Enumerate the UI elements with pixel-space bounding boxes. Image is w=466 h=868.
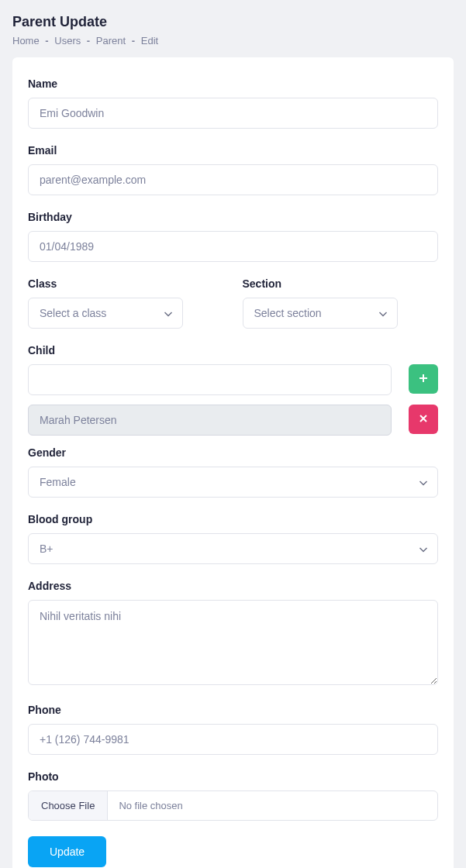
close-icon — [419, 414, 428, 425]
photo-file-input[interactable]: Choose File No file chosen — [28, 790, 438, 821]
gender-select[interactable]: Female — [28, 467, 438, 498]
update-button[interactable]: Update — [28, 836, 106, 867]
name-label: Name — [28, 78, 438, 90]
breadcrumb: Home - Users - Parent - Edit — [12, 35, 454, 46]
choose-file-button[interactable]: Choose File — [29, 791, 108, 820]
breadcrumb-parent[interactable]: Parent — [96, 35, 126, 46]
child-label: Child — [28, 344, 438, 356]
child-input-0[interactable] — [28, 364, 392, 395]
class-select[interactable]: Select a class — [28, 298, 183, 329]
email-input[interactable] — [28, 164, 438, 195]
phone-label: Phone — [28, 704, 438, 716]
svg-rect-1 — [419, 377, 427, 379]
class-select-value: Select a class — [29, 298, 182, 328]
address-textarea[interactable] — [28, 600, 438, 685]
breadcrumb-users[interactable]: Users — [54, 35, 81, 46]
gender-label: Gender — [28, 446, 438, 459]
add-child-button[interactable] — [409, 364, 438, 394]
breadcrumb-home[interactable]: Home — [12, 35, 40, 46]
name-input[interactable] — [28, 98, 438, 129]
remove-child-button[interactable] — [409, 405, 438, 434]
photo-label: Photo — [28, 770, 438, 783]
birthday-label: Birthday — [28, 211, 438, 223]
breadcrumb-sep: - — [87, 35, 90, 46]
blood-select-value: B+ — [29, 534, 437, 563]
section-select-value: Select section — [243, 298, 397, 328]
email-label: Email — [28, 144, 438, 157]
section-label: Section — [243, 277, 439, 290]
breadcrumb-sep: - — [45, 35, 48, 46]
blood-label: Blood group — [28, 513, 438, 525]
page-header: Parent Update Home - Users - Parent - Ed… — [0, 0, 466, 57]
file-chosen-text: No file chosen — [108, 791, 437, 820]
blood-select[interactable]: B+ — [28, 533, 438, 564]
birthday-input[interactable] — [28, 231, 438, 262]
section-select[interactable]: Select section — [243, 298, 398, 329]
address-label: Address — [28, 580, 438, 592]
breadcrumb-edit[interactable]: Edit — [141, 35, 158, 46]
form-card: Name Email Birthday Class Select a class… — [12, 57, 454, 868]
plus-icon — [419, 374, 428, 385]
gender-select-value: Female — [29, 467, 437, 497]
class-label: Class — [28, 277, 224, 290]
breadcrumb-sep: - — [132, 35, 135, 46]
child-input-1[interactable] — [28, 405, 392, 436]
phone-input[interactable] — [28, 724, 438, 755]
page-title: Parent Update — [12, 14, 454, 30]
